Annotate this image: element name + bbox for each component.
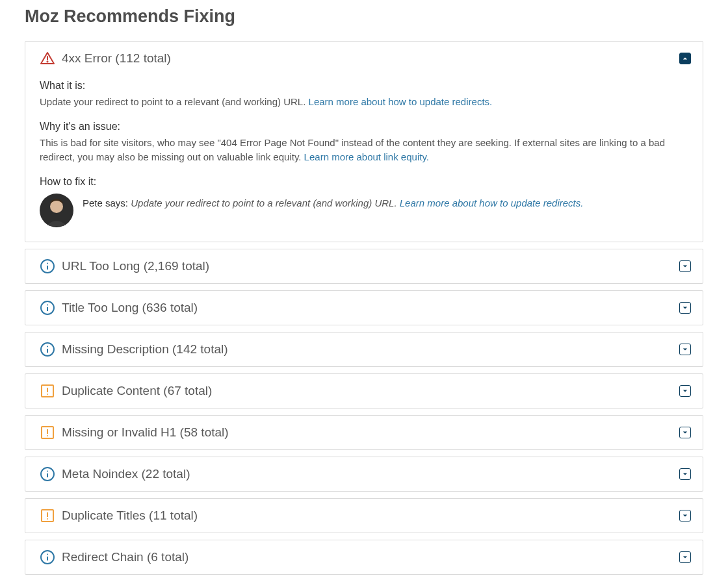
info-circle-icon [40,300,55,316]
svg-point-1 [47,61,47,62]
issue-title: Redirect Chain (6 total) [62,550,679,564]
issue-header[interactable]: Duplicate Titles (11 total) [25,499,703,533]
issue-panel-missing-description: Missing Description (142 total) [25,332,703,367]
warning-square-icon [40,383,55,399]
info-circle-icon [40,258,55,274]
issue-title: Duplicate Titles (11 total) [62,509,679,523]
expand-toggle[interactable] [679,551,691,563]
issues-accordion: 4xx Error (112 total) What it is: Update… [25,41,703,575]
svg-point-27 [47,553,48,555]
collapse-toggle[interactable] [679,53,691,64]
issue-header[interactable]: Missing Description (142 total) [25,333,703,366]
expand-toggle[interactable] [679,510,691,521]
issue-header[interactable]: 4xx Error (112 total) [25,42,703,75]
expand-toggle[interactable] [679,468,691,480]
why-issue-label: Why it's an issue: [40,119,688,134]
issue-panel-missing-h1: Missing or Invalid H1 (58 total) [25,415,703,450]
issue-title: 4xx Error (112 total) [62,51,679,66]
expand-toggle[interactable] [679,385,691,397]
svg-point-24 [47,518,48,520]
issue-title: Meta Noindex (22 total) [62,467,679,481]
issue-title: URL Too Long (2,169 total) [62,259,679,273]
avatar [40,194,73,227]
svg-point-6 [47,262,48,264]
how-to-fix-label: How to fix it: [40,174,688,190]
issue-header[interactable]: Duplicate Content (67 total) [25,374,703,408]
issue-panel-title-too-long: Title Too Long (636 total) [25,290,703,325]
expand-toggle[interactable] [679,260,691,272]
why-issue-text: This is bad for site visitors, who may s… [40,136,688,165]
how-to-fix-row: Pete says: Update your redirect to point… [40,194,688,227]
issue-title: Missing Description (142 total) [62,342,679,357]
alert-triangle-icon [40,51,55,66]
learn-more-link-equity-link[interactable]: Learn more about link equity. [304,151,429,162]
issue-header[interactable]: Meta Noindex (22 total) [25,457,703,491]
learn-more-redirects-link[interactable]: Learn more about how to update redirects… [309,96,493,107]
what-it-is-label: What it is: [40,78,688,94]
how-to-fix-text: Pete says: Update your redirect to point… [83,194,583,211]
issue-header[interactable]: URL Too Long (2,169 total) [25,249,703,283]
issue-body: What it is: Update your redirect to poin… [25,75,703,242]
svg-point-21 [47,470,48,471]
svg-point-18 [47,435,48,436]
issue-header[interactable]: Redirect Chain (6 total) [25,540,703,574]
learn-more-redirects-link-2[interactable]: Learn more about how to update redirects… [400,197,584,208]
issue-panel-duplicate-titles: Duplicate Titles (11 total) [25,498,703,533]
issue-title: Duplicate Content (67 total) [62,384,679,398]
info-circle-icon [40,466,55,482]
expand-toggle[interactable] [679,427,691,438]
issue-panel-redirect-chain: Redirect Chain (6 total) [25,540,703,575]
issue-panel-meta-noindex: Meta Noindex (22 total) [25,457,703,492]
issue-panel-4xx-error: 4xx Error (112 total) What it is: Update… [25,41,703,242]
warning-square-icon [40,425,55,440]
svg-point-15 [47,394,48,395]
what-it-is-text: Update your redirect to point to a relev… [40,95,688,110]
expand-toggle[interactable] [679,302,691,314]
svg-point-9 [47,304,48,305]
info-circle-icon [40,342,55,357]
svg-point-12 [47,346,48,347]
issue-title: Title Too Long (636 total) [62,301,679,315]
warning-square-icon [40,508,55,523]
issue-title: Missing or Invalid H1 (58 total) [62,425,679,440]
expand-toggle[interactable] [679,344,691,355]
issue-header[interactable]: Title Too Long (636 total) [25,291,703,325]
issue-panel-duplicate-content: Duplicate Content (67 total) [25,373,703,408]
issue-header[interactable]: Missing or Invalid H1 (58 total) [25,416,703,449]
info-circle-icon [40,549,55,565]
issue-panel-url-too-long: URL Too Long (2,169 total) [25,249,703,284]
page-title: Moz Recommends Fixing [25,6,703,27]
